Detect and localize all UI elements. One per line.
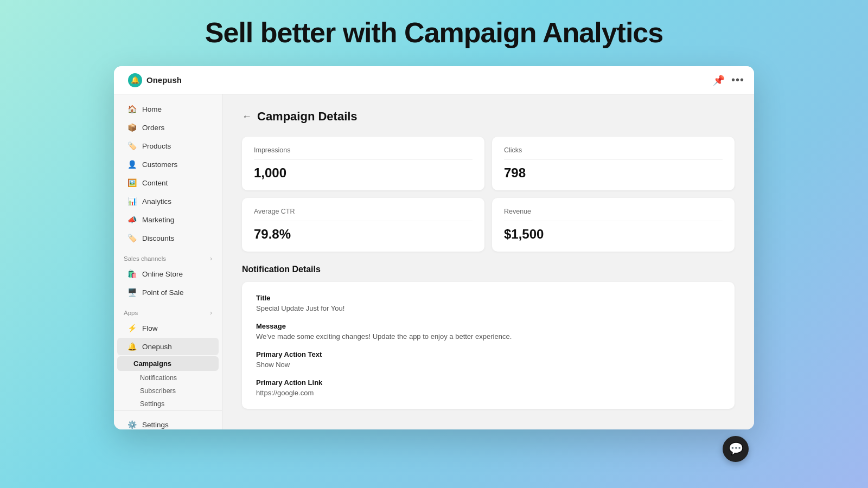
- sidebar-item-products[interactable]: 🏷️ Products: [117, 137, 219, 155]
- stats-grid: Impressions 1,000 Clicks 798 Average CTR…: [242, 137, 735, 252]
- back-button[interactable]: ←: [242, 111, 252, 123]
- sidebar-item-online-store[interactable]: 🛍️ Online Store: [117, 265, 219, 282]
- flow-icon: ⚡: [127, 324, 137, 332]
- content-icon: 🖼️: [127, 178, 137, 187]
- notification-section-title: Notification Details: [242, 265, 735, 274]
- sidebar-label-campaigns: Campaigns: [133, 359, 171, 368]
- app-window: 🔔 Onepush 📌 ••• 🏠 Home 📦 Orders 🏷️ Produ…: [114, 66, 754, 429]
- sidebar-label-analytics: Analytics: [142, 197, 171, 206]
- detail-val-action-text: Show Now: [256, 361, 720, 369]
- sidebar-item-discounts[interactable]: 🏷️ Discounts: [117, 229, 219, 247]
- brand-name: Onepush: [146, 75, 182, 85]
- stat-label-clicks: Clicks: [504, 146, 723, 160]
- sidebar-item-point-of-sale[interactable]: 🖥️ Point of Sale: [117, 284, 219, 301]
- page-header: ← Campaign Details: [242, 110, 735, 124]
- sidebar-label-discounts: Discounts: [142, 234, 174, 242]
- stat-card-clicks: Clicks 798: [492, 137, 735, 190]
- sidebar-label-point-of-sale: Point of Sale: [142, 288, 184, 297]
- detail-val-title: Special Update Just for You!: [256, 304, 720, 312]
- detail-val-message: We've made some exciting changes! Update…: [256, 332, 720, 341]
- page-title: Campaign Details: [257, 110, 358, 124]
- stat-card-impressions: Impressions 1,000: [242, 137, 484, 190]
- online-store-icon: 🛍️: [127, 269, 137, 278]
- sidebar: 🏠 Home 📦 Orders 🏷️ Products 👤 Customers …: [114, 94, 222, 429]
- sidebar-item-notifications[interactable]: Notifications: [114, 371, 222, 384]
- sidebar-item-customers[interactable]: 👤 Customers: [117, 156, 219, 173]
- sidebar-item-home[interactable]: 🏠 Home: [117, 100, 219, 118]
- stat-card-ctr: Average CTR 79.8%: [242, 198, 484, 252]
- sidebar-item-onepush[interactable]: 🔔 Onepush: [117, 338, 219, 355]
- sidebar-label-subscribers: Subscribers: [140, 387, 176, 395]
- detail-row-action-text: Primary Action Text Show Now: [256, 350, 720, 369]
- content-area: ← Campaign Details Impressions 1,000 Cli…: [222, 94, 754, 429]
- sidebar-label-home: Home: [142, 105, 162, 113]
- sales-channels-arrow[interactable]: ›: [210, 255, 212, 262]
- detail-key-action-text: Primary Action Text: [256, 350, 720, 358]
- main-layout: 🏠 Home 📦 Orders 🏷️ Products 👤 Customers …: [114, 94, 754, 429]
- detail-key-message: Message: [256, 322, 720, 330]
- brand-bell-icon: 🔔: [128, 73, 142, 87]
- notification-detail-card: Title Special Update Just for You! Messa…: [242, 282, 735, 409]
- sidebar-item-orders[interactable]: 📦 Orders: [117, 119, 219, 136]
- stat-value-revenue: $1,500: [504, 227, 723, 242]
- sidebar-item-flow[interactable]: ⚡ Flow: [117, 319, 219, 337]
- home-icon: 🏠: [127, 105, 137, 113]
- detail-val-action-link: https://google.com: [256, 389, 720, 397]
- sales-channels-section: Sales channels ›: [114, 247, 222, 265]
- more-icon[interactable]: •••: [731, 74, 744, 86]
- sidebar-item-subscribers[interactable]: Subscribers: [114, 384, 222, 397]
- detail-row-title: Title Special Update Just for You!: [256, 294, 720, 312]
- detail-row-message: Message We've made some exciting changes…: [256, 322, 720, 341]
- stat-label-revenue: Revenue: [504, 208, 723, 221]
- hero-title: Sell better with Campaign Analytics: [205, 16, 663, 49]
- detail-key-action-link: Primary Action Link: [256, 378, 720, 387]
- sidebar-label-marketing: Marketing: [142, 216, 174, 224]
- stat-value-ctr: 79.8%: [254, 227, 473, 242]
- chat-icon: 💬: [729, 442, 743, 456]
- pin-icon[interactable]: 📌: [713, 74, 725, 86]
- apps-section: Apps ›: [114, 301, 222, 319]
- detail-row-action-link: Primary Action Link https://google.com: [256, 378, 720, 397]
- sidebar-label-notifications: Notifications: [140, 374, 177, 382]
- onepush-subnav: Campaigns Notifications Subscribers Sett…: [114, 356, 222, 410]
- stat-card-revenue: Revenue $1,500: [492, 198, 735, 252]
- sales-channels-label: Sales channels: [124, 255, 166, 262]
- sidebar-item-campaigns[interactable]: Campaigns: [117, 356, 219, 371]
- sidebar-item-settings-sub[interactable]: Settings: [114, 397, 222, 410]
- sidebar-label-content: Content: [142, 179, 168, 187]
- orders-icon: 📦: [127, 123, 137, 132]
- sidebar-label-settings: Settings: [142, 421, 169, 429]
- settings-icon: ⚙️: [127, 420, 137, 429]
- sidebar-item-settings[interactable]: ⚙️ Settings: [117, 416, 219, 429]
- apps-arrow[interactable]: ›: [210, 309, 212, 317]
- sidebar-label-settings-sub: Settings: [140, 400, 164, 408]
- sidebar-label-onepush: Onepush: [142, 343, 172, 351]
- products-icon: 🏷️: [127, 142, 137, 150]
- brand: 🔔 Onepush: [128, 73, 182, 87]
- stat-label-impressions: Impressions: [254, 146, 473, 160]
- sidebar-item-analytics[interactable]: 📊 Analytics: [117, 192, 219, 210]
- sidebar-label-online-store: Online Store: [142, 270, 183, 278]
- point-of-sale-icon: 🖥️: [127, 288, 137, 297]
- customers-icon: 👤: [127, 160, 137, 169]
- title-bar: 🔔 Onepush 📌 •••: [114, 66, 754, 94]
- sidebar-label-flow: Flow: [142, 324, 158, 332]
- sidebar-label-customers: Customers: [142, 160, 177, 169]
- apps-label: Apps: [124, 310, 138, 316]
- stat-value-impressions: 1,000: [254, 165, 473, 181]
- sidebar-item-content[interactable]: 🖼️ Content: [117, 174, 219, 191]
- chat-bubble[interactable]: 💬: [723, 436, 749, 462]
- detail-key-title: Title: [256, 294, 720, 302]
- analytics-icon: 📊: [127, 197, 137, 206]
- discounts-icon: 🏷️: [127, 234, 137, 242]
- onepush-icon: 🔔: [127, 342, 137, 351]
- sidebar-label-products: Products: [142, 142, 171, 150]
- marketing-icon: 📣: [127, 215, 137, 224]
- stat-value-clicks: 798: [504, 165, 723, 181]
- sidebar-bottom: ⚙️ Settings: [114, 410, 222, 429]
- sidebar-label-orders: Orders: [142, 124, 164, 132]
- title-bar-actions: 📌 •••: [713, 74, 744, 86]
- sidebar-item-marketing[interactable]: 📣 Marketing: [117, 211, 219, 228]
- stat-label-ctr: Average CTR: [254, 208, 473, 221]
